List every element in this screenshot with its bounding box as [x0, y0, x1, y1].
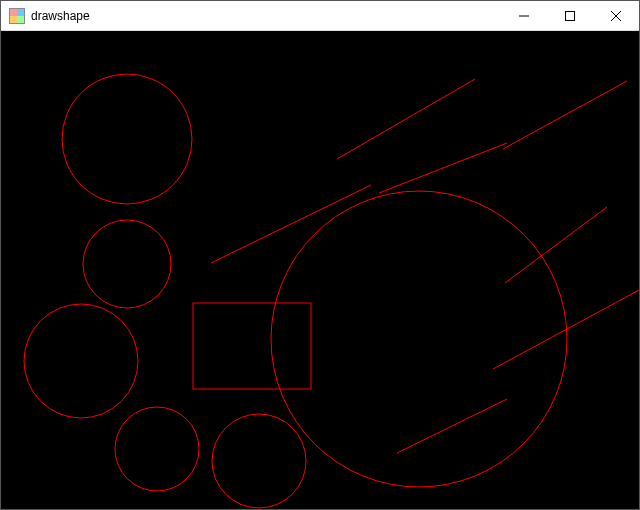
shape-line-3 [211, 185, 371, 263]
shape-line-6 [397, 399, 507, 453]
window-title: drawshape [31, 9, 90, 23]
maximize-button[interactable] [547, 1, 593, 31]
shape-line-1 [503, 81, 627, 149]
shape-circle-1 [83, 220, 171, 308]
app-icon [9, 8, 25, 24]
shape-rect-0 [193, 303, 311, 389]
minimize-icon [519, 11, 529, 21]
close-button[interactable] [593, 1, 639, 31]
shape-line-4 [505, 207, 607, 283]
shape-circle-0 [62, 74, 192, 204]
titlebar[interactable]: drawshape [1, 1, 639, 31]
shape-line-5 [493, 289, 640, 369]
shape-line-2 [379, 143, 507, 193]
close-icon [611, 11, 621, 21]
shape-circle-2 [24, 304, 138, 418]
maximize-icon [565, 11, 575, 21]
shape-line-0 [337, 79, 475, 159]
shape-circle-3 [115, 407, 199, 491]
shape-circle-4 [212, 414, 306, 508]
svg-rect-1 [566, 11, 575, 20]
minimize-button[interactable] [501, 1, 547, 31]
drawing-canvas[interactable] [1, 31, 640, 510]
canvas-svg [1, 31, 640, 510]
